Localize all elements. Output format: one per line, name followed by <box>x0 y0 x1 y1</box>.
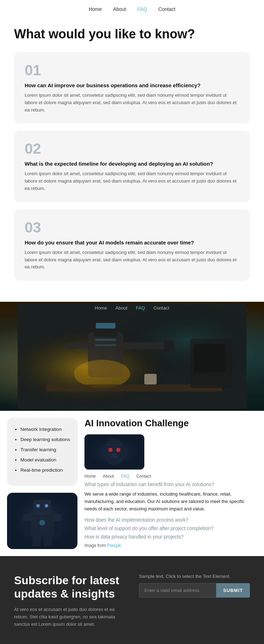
feature-item-4: Model evaluation <box>20 457 70 464</box>
ai-left-column: Network Integration Deep learning soluti… <box>0 411 77 556</box>
subscribe-right: Sample text. Click to select the Text El… <box>139 574 250 598</box>
nav-home[interactable]: Home <box>89 6 102 12</box>
svg-rect-28 <box>44 536 52 546</box>
page-title: What would you like to know? <box>14 27 250 42</box>
banner-nav: Home About FAQ Contact <box>95 305 169 311</box>
svg-rect-18 <box>33 500 51 514</box>
ai-right-column: AI Innovation Challenge <box>77 411 264 556</box>
svg-point-33 <box>116 448 120 452</box>
faq-question-2: What is the expected timeline for develo… <box>25 161 239 167</box>
svg-rect-25 <box>24 521 30 538</box>
faq-card-3: 03 How do you ensure that your AI models… <box>14 209 250 281</box>
feature-item-5: Real-time prediction <box>20 467 70 474</box>
svg-rect-26 <box>54 521 61 538</box>
robot-image-box <box>7 493 77 549</box>
faq-active-answer: We serve a wide range of industries, inc… <box>84 491 256 512</box>
nav-about[interactable]: About <box>113 6 126 12</box>
svg-point-11 <box>74 360 130 388</box>
robot-banner-bg <box>0 302 264 411</box>
image-credit: Image from Freepik <box>84 543 256 548</box>
svg-rect-35 <box>111 457 118 458</box>
ai-thumbnail <box>84 434 144 470</box>
banner-nav-home: Home <box>95 305 107 311</box>
ai-innovation-section: Network Integration Deep learning soluti… <box>0 411 264 556</box>
features-box: Network Integration Deep learning soluti… <box>7 418 77 485</box>
feature-item-2: Deep learning solutions <box>20 436 70 443</box>
svg-rect-23 <box>53 514 62 521</box>
faq-answer-3: Lorem ipsum dolor sit amet, consetetur s… <box>25 249 239 271</box>
svg-rect-8 <box>67 342 90 349</box>
mini-nav-about: About <box>103 474 114 479</box>
main-nav: Home About FAQ Contact <box>0 0 264 16</box>
submit-button[interactable]: SUBMIT <box>216 583 250 598</box>
ai-innovation-title: AI Innovation Challenge <box>84 418 256 429</box>
faq-number-2: 02 <box>25 140 239 157</box>
svg-rect-22 <box>23 514 32 521</box>
svg-point-20 <box>45 504 48 508</box>
robot-banner: Home About FAQ Contact <box>0 302 264 411</box>
mini-nav-contact: Contact <box>136 474 151 479</box>
svg-rect-9 <box>95 339 116 341</box>
mini-nav: Home About FAQ Contact <box>84 474 256 479</box>
subscribe-section: Subscribe for latest updates & insights … <box>0 556 264 642</box>
subscribe-description: At vero eos et accusam et justo duo dolo… <box>14 606 125 628</box>
mini-nav-faq: FAQ <box>121 474 129 479</box>
faq-answer-2: Lorem ipsum dolor sit amet, consetetur s… <box>25 170 239 192</box>
faq-answer-1: Lorem ipsum dolor sit amet, consetetur s… <box>25 92 239 114</box>
subscribe-left: Subscribe for latest updates & insights … <box>14 574 125 628</box>
faq-card-1: 01 How can AI improve our business opera… <box>14 52 250 123</box>
faq-question-3: How do you ensure that your AI models re… <box>25 240 239 246</box>
banner-nav-faq: FAQ <box>136 305 145 311</box>
banner-nav-about: About <box>115 305 127 311</box>
robot-image-svg <box>7 493 77 549</box>
faq-other-question-2[interactable]: What level of support do you offer after… <box>84 525 256 531</box>
subscribe-title: Subscribe for latest updates & insights <box>14 574 125 601</box>
email-input[interactable] <box>139 583 216 598</box>
feature-item-1: Network Integration <box>20 426 70 433</box>
footer: Sample text. Click to select the Text El… <box>0 642 264 644</box>
subscribe-sample-text: Sample text. Click to select the Text El… <box>139 574 250 579</box>
svg-rect-15 <box>194 344 225 372</box>
subscribe-form: SUBMIT <box>139 583 250 598</box>
svg-point-24 <box>39 520 45 525</box>
svg-point-19 <box>36 504 40 508</box>
faq-active-question[interactable]: What types of industries can benefit fro… <box>84 482 256 487</box>
faq-card-2: 02 What is the expected timeline for dev… <box>14 130 250 202</box>
svg-point-32 <box>108 448 113 452</box>
features-list: Network Integration Deep learning soluti… <box>14 426 70 473</box>
svg-rect-10 <box>95 344 116 346</box>
mini-nav-home: Home <box>84 474 96 479</box>
hero-section: What would you like to know? 01 How can … <box>0 16 264 302</box>
robot-scene-svg <box>18 304 246 409</box>
banner-nav-contact: Contact <box>153 305 169 311</box>
svg-rect-7 <box>164 340 174 351</box>
nav-faq[interactable]: FAQ <box>137 6 147 12</box>
ai-thumb-svg <box>84 434 144 470</box>
nav-contact[interactable]: Contact <box>158 6 175 12</box>
faq-question-1: How can AI improve our business operatio… <box>25 82 239 88</box>
svg-rect-5 <box>96 323 115 329</box>
freepik-link[interactable]: Freepik <box>107 543 121 548</box>
faq-other-question-1[interactable]: How does the AI implementation process w… <box>84 517 256 523</box>
svg-rect-6 <box>123 342 165 349</box>
svg-rect-13 <box>144 374 157 384</box>
feature-item-3: Transfer learning <box>20 447 70 453</box>
faq-number-1: 01 <box>25 62 239 79</box>
svg-rect-34 <box>112 454 117 455</box>
svg-rect-27 <box>32 536 41 546</box>
faq-number-3: 03 <box>25 219 239 236</box>
faq-other-question-3[interactable]: How is data privacy handled in your proj… <box>84 534 256 540</box>
